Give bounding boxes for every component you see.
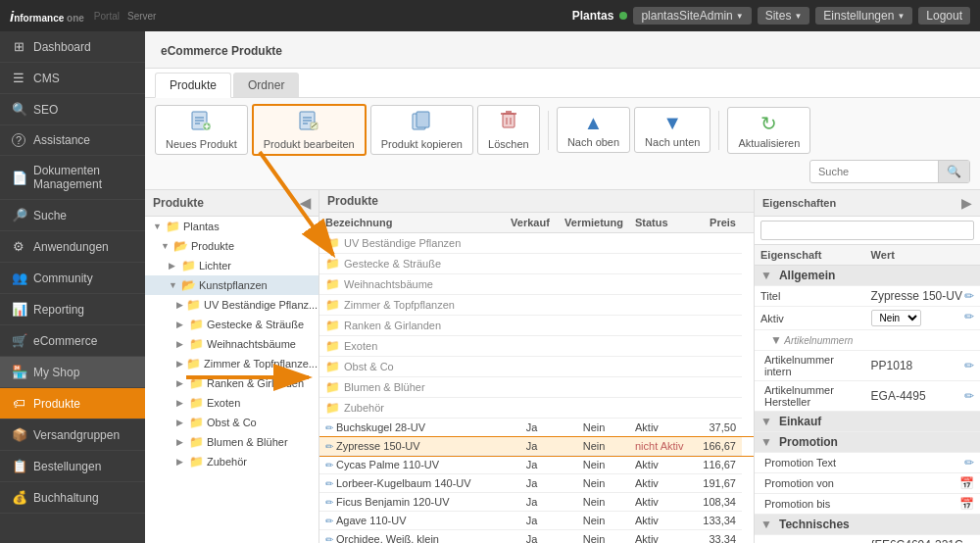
table-row[interactable]: 📁Exoten xyxy=(319,336,754,357)
table-row[interactable]: ✏Ficus Benjamin 120-UV Ja Nein Aktiv 108… xyxy=(319,493,754,512)
props-section-allgemein[interactable]: ▼ Allgemein xyxy=(755,266,980,286)
copy-product-button[interactable]: Produkt kopieren xyxy=(370,105,473,155)
sidebar-item-reporting[interactable]: 📊 Reporting xyxy=(0,294,145,325)
sites-button[interactable]: Sites ▼ xyxy=(758,7,810,25)
props-section-einkauf[interactable]: ▼ Einkauf xyxy=(755,412,980,432)
tree-node-kunstpflanzen[interactable]: ▼ 📂 Kunstpflanzen xyxy=(145,275,318,295)
tree-node-obst[interactable]: ▶ 📁 Obst & Co xyxy=(145,413,318,432)
prop-key-titel: Titel xyxy=(755,286,865,307)
table-row[interactable]: 📁Obst & Co xyxy=(319,357,754,377)
tree-node-uv[interactable]: ▶ 📁 UV Beständige Pflanz... xyxy=(145,295,318,315)
table-row[interactable]: 📁UV Beständige Pflanzen xyxy=(319,233,754,254)
tree-node-plantas[interactable]: ▼ 📁 Plantas xyxy=(145,217,318,236)
table-row[interactable]: 📁Weihnachtsbäume xyxy=(319,274,754,295)
sidebar-label-bestellungen: Bestellungen xyxy=(33,460,101,473)
tree-node-blumen[interactable]: ▶ 📁 Blumen & Blüher xyxy=(145,432,318,452)
sidebar-label-produkte: Produkte xyxy=(33,397,80,411)
props-search-input[interactable] xyxy=(760,221,974,240)
sidebar-item-suche[interactable]: 🔎 Suche xyxy=(0,200,145,231)
prop-edit-promo-text[interactable]: ✏ xyxy=(964,456,974,469)
tree-arrow-zimmer: ▶ xyxy=(176,359,183,369)
prop-select-aktiv[interactable]: Nein Ja xyxy=(871,310,921,326)
prop-edit-titel[interactable]: ✏ xyxy=(964,289,974,303)
table-row[interactable]: 📁Zimmer & Topfpflanzen xyxy=(319,295,754,316)
down-label: Nach unten xyxy=(645,136,700,148)
delete-icon xyxy=(498,110,519,136)
anwendungen-icon: ⚙ xyxy=(12,239,25,254)
table-row[interactable]: ✏Agave 110-UV Ja Nein Aktiv 133,34 xyxy=(319,512,754,530)
ecommerce-icon: 🛒 xyxy=(12,333,25,348)
logout-button[interactable]: Logout xyxy=(918,7,970,25)
sidebar-item-produkte[interactable]: 🏷 Produkte xyxy=(0,388,145,420)
tree-node-exoten[interactable]: ▶ 📁 Exoten xyxy=(145,393,318,413)
tree-label-plantas: Plantas xyxy=(183,221,220,232)
prop-row-artnr-intern: Artikelnummer intern PP1018 ✏ xyxy=(755,351,980,381)
prop-calendar-promo-von[interactable]: 📅 xyxy=(959,476,974,490)
sidebar-item-assistance[interactable]: ? Assistance xyxy=(0,125,145,156)
up-button[interactable]: ▲ Nach oben xyxy=(557,107,630,153)
table-row[interactable]: ✏Cycas Palme 110-UV Ja Nein Aktiv 116,67 xyxy=(319,456,754,474)
search-input[interactable] xyxy=(810,162,938,181)
search-button[interactable]: 🔍 xyxy=(938,161,969,182)
tab-produkte[interactable]: Produkte xyxy=(155,73,231,98)
new-product-button[interactable]: Neues Produkt xyxy=(155,105,248,155)
delete-button[interactable]: Löschen xyxy=(477,105,540,155)
prop-edit-artnr-hersteller[interactable]: ✏ xyxy=(964,389,974,403)
sidebar-item-ecommerce[interactable]: 🛒 eCommerce xyxy=(0,325,145,357)
tree-arrow-zubehor: ▶ xyxy=(176,457,186,467)
tree-node-produkte[interactable]: ▼ 📂 Produkte xyxy=(145,236,318,256)
tree-node-gestecke[interactable]: ▶ 📁 Gestecke & Sträuße xyxy=(145,315,318,334)
tree-node-weihnacht[interactable]: ▶ 📁 Weihnachtsbäume xyxy=(145,334,318,354)
sidebar-item-cms[interactable]: ☰ CMS xyxy=(0,63,145,94)
sidebar-item-dashboard[interactable]: ⊞ Dashboard xyxy=(0,31,145,63)
cell-name: 📁Zubehör xyxy=(319,398,742,419)
table-row[interactable]: ✏Lorbeer-Kugelbaum 140-UV Ja Nein Aktiv … xyxy=(319,474,754,493)
sidebar-item-anwendungen[interactable]: ⚙ Anwendungen xyxy=(0,231,145,263)
sidebar-item-dokument[interactable]: 📄 Dokumenten Management xyxy=(0,156,145,200)
cell-status: Aktiv xyxy=(629,456,693,474)
cell-vermietung: Nein xyxy=(559,493,629,512)
tab-ordner[interactable]: Ordner xyxy=(233,73,299,97)
sidebar-item-myshop[interactable]: 🏪 My Shop xyxy=(0,357,145,388)
sidebar-item-buchhaltung[interactable]: 💰 Buchhaltung xyxy=(0,482,145,514)
sidebar-item-versandgruppen[interactable]: 📦 Versandgruppen xyxy=(0,420,145,451)
cell-vermietung: Nein xyxy=(559,474,629,493)
cell-name: 📁Blumen & Blüher xyxy=(319,377,742,398)
tree-collapse-button[interactable]: ◀ xyxy=(300,195,311,211)
table-row[interactable]: 📁Blumen & Blüher xyxy=(319,377,754,398)
prop-edit-aktiv[interactable]: ✏ xyxy=(964,310,974,323)
refresh-button[interactable]: ↻ Aktualisieren xyxy=(727,107,810,154)
sidebar-label-buchhaltung: Buchhaltung xyxy=(33,491,99,505)
table-row[interactable]: 📁Zubehör xyxy=(319,398,754,419)
site-name: Plantas xyxy=(572,9,614,23)
table-row[interactable]: ✏Buchskugel 28-UV Ja Nein Aktiv 37,50 xyxy=(319,419,754,437)
table-row[interactable]: 📁Gestecke & Sträuße xyxy=(319,254,754,274)
props-section-technisches[interactable]: ▼ Technisches xyxy=(755,515,980,535)
prop-calendar-promo-bis[interactable]: 📅 xyxy=(959,497,974,511)
cell-status: Aktiv xyxy=(629,512,693,530)
tree-node-zubehor[interactable]: ▶ 📁 Zubehör xyxy=(145,452,318,471)
tree-node-ranken[interactable]: ▶ 📁 Ranken & Girlanden xyxy=(145,373,318,393)
col-scroll-space xyxy=(742,213,754,233)
table-row[interactable]: ✏Zypresse 150-UV Ja Nein nicht Aktiv 166… xyxy=(319,437,754,456)
cell-name: 📁Ranken & Girlanden xyxy=(319,316,742,336)
tree-label-ranken: Ranken & Girlanden xyxy=(207,377,304,389)
tree-node-lichter[interactable]: ▶ 📁 Lichter xyxy=(145,256,318,275)
edit-product-button[interactable]: Produkt bearbeiten xyxy=(252,104,367,156)
prop-value-promo-von: 📅 xyxy=(865,473,980,494)
props-collapse-button[interactable]: ▶ xyxy=(961,195,972,211)
sidebar-item-seo[interactable]: 🔍 SEO xyxy=(0,94,145,125)
tab-ordner-label: Ordner xyxy=(248,78,284,92)
server-label: Server xyxy=(127,11,156,22)
sidebar-item-bestellungen[interactable]: 📋 Bestellungen xyxy=(0,451,145,482)
tree-node-zimmer[interactable]: ▶ 📁 Zimmer & Topfpflanze... xyxy=(145,354,318,373)
prop-edit-artnr-intern[interactable]: ✏ xyxy=(964,359,974,372)
props-section-promotion[interactable]: ▼ Promotion xyxy=(755,432,980,453)
down-button[interactable]: ▼ Nach unten xyxy=(634,107,710,153)
table-row[interactable]: ✏Orchidee, Weiß, klein Ja Nein Aktiv 33,… xyxy=(319,530,754,544)
technisches-label: Technisches xyxy=(779,518,850,531)
sidebar-item-community[interactable]: 👥 Community xyxy=(0,263,145,294)
settings-button[interactable]: Einstellungen ▼ xyxy=(815,7,912,25)
user-menu-button[interactable]: plantasSiteAdmin ▼ xyxy=(633,7,751,25)
table-row[interactable]: 📁Ranken & Girlanden xyxy=(319,316,754,336)
